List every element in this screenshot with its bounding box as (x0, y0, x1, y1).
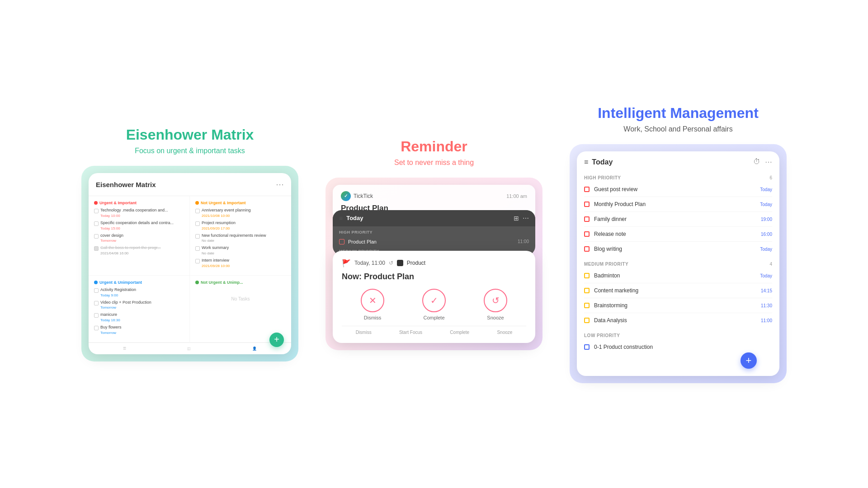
em-q3-dot (94, 281, 98, 284)
em-checkbox[interactable] (94, 326, 99, 330)
alarm-bottom-complete[interactable]: Complete (450, 330, 469, 335)
im-task-row: Content marketing 14:15 (577, 284, 779, 297)
im-header-icons: ⏱ ⋯ (753, 158, 772, 166)
em-empty-text: No Tasks (195, 287, 286, 310)
em-add-button[interactable]: + (269, 333, 284, 347)
em-task: Call the boss to report the progr... 202… (94, 245, 184, 255)
em-checkbox[interactable] (195, 246, 200, 251)
em-q1-label: Urgent & Important (94, 201, 184, 205)
em-checkbox[interactable] (195, 234, 200, 239)
im-timer-icon[interactable]: ⏱ (753, 158, 760, 166)
em-checkbox[interactable] (94, 313, 99, 318)
alarm-bottom-snooze[interactable]: Snooze (497, 330, 512, 335)
complete-label: Complete (423, 315, 444, 320)
em-task-time: Today 10:00 (100, 214, 168, 218)
em-checkbox[interactable] (94, 221, 99, 226)
alarm-list-name: Product (407, 260, 425, 266)
em-task-time: Tomorrow (100, 305, 151, 310)
alarm-meta: 🚩 Today, 11:00 ↺ Product (342, 259, 526, 267)
more-icon[interactable]: ⋯ (523, 215, 529, 222)
im-task-row: Blog writing Today (577, 243, 779, 255)
alarm-buttons: ✕ Dismiss ✓ Complete ↺ Snooze (342, 289, 526, 320)
em-task-time: Tomorrow (100, 331, 122, 335)
rp-task-checkbox[interactable] (339, 239, 344, 244)
eisenhower-phone-screen: Eisenhower Matrix ⋯ Urgent & Important (89, 173, 291, 354)
im-low-priority-header: LOW PRIORITY (577, 330, 779, 341)
em-task: Specific cooperation details and contra.… (94, 221, 184, 230)
em-task: manicure Today 16:30 (94, 312, 184, 322)
em-q4-label: Not Urgent & Unimp... (195, 280, 286, 285)
hamburger-icon[interactable]: ≡ (339, 215, 343, 222)
im-task-time: Today (760, 247, 772, 252)
im-task-name: Blog writing (594, 246, 755, 252)
im-header-left: ≡ Today (584, 158, 613, 166)
reminder-phone-bg: ✓ TickTick 11:00 am Product Plan ≡ Today (326, 178, 542, 350)
em-task-text: Specific cooperation details and contra.… (100, 221, 174, 226)
im-more-icon[interactable]: ⋯ (765, 158, 772, 166)
em-checkbox[interactable] (94, 288, 99, 293)
im-header: ≡ Today ⏱ ⋯ (577, 151, 779, 173)
main-container: Eisenhower Matrix Focus on urgent & impo… (0, 87, 868, 401)
alarm-bottom-dismiss[interactable]: Dismiss (356, 330, 372, 335)
im-priority-box-red (584, 202, 590, 207)
em-checkbox-checked[interactable] (94, 246, 99, 251)
im-priority-box-yellow (584, 303, 590, 308)
complete-circle: ✓ (422, 289, 446, 312)
alarm-popup: 🚩 Today, 11:00 ↺ Product Now: Product Pl… (333, 251, 535, 343)
em-quadrant-3: Urgent & Unimportant Activity Registrati… (89, 276, 190, 343)
em-tab[interactable]: 👤 (252, 347, 257, 351)
rp-header-left: ≡ Today (339, 215, 363, 222)
em-bottom-tabs: ☰ ◫ 👤 (89, 343, 291, 354)
em-task-text: Intern interview (202, 258, 230, 263)
im-task-name: Brainstorming (594, 302, 756, 309)
alarm-dismiss-button[interactable]: ✕ Dismiss (361, 289, 384, 320)
em-q2-dot (195, 201, 199, 205)
em-checkbox[interactable] (94, 209, 99, 213)
alarm-flag: 🚩 (342, 259, 351, 267)
alarm-snooze-button[interactable]: ↺ Snooze (484, 289, 507, 320)
im-priority-box-red (584, 246, 590, 252)
im-priority-box-yellow (584, 273, 590, 278)
im-task-time: Today (760, 202, 772, 207)
em-checkbox[interactable] (195, 221, 200, 226)
im-add-button[interactable]: + (741, 352, 757, 369)
im-task-name: Data Analysis (594, 317, 756, 324)
im-priority-box-yellow (584, 318, 590, 323)
em-task-time: Tomorrow (100, 239, 123, 243)
em-checkbox[interactable] (195, 209, 200, 213)
reminder-card: Reminder Set to never miss a thing ✓ Tic… (326, 138, 542, 350)
im-hamburger-icon[interactable]: ≡ (584, 158, 588, 166)
eisenhower-phone-bg: Eisenhower Matrix ⋯ Urgent & Important (81, 166, 298, 361)
em-task-text: Project resumption (202, 221, 236, 226)
intelligent-card: Intelligent Management Work, School and … (570, 105, 787, 383)
reminder-title: Reminder (401, 138, 467, 155)
im-task-row: Monthly Product Plan Today (577, 198, 779, 211)
em-task-text: New functional requirements review (202, 233, 266, 239)
intelligent-title: Intelligent Management (598, 105, 759, 122)
em-checkbox[interactable] (195, 259, 200, 263)
im-high-priority-count: 6 (769, 175, 772, 180)
em-tab[interactable]: ☰ (123, 347, 126, 351)
im-divider (584, 197, 772, 197)
em-task-text: manicure (100, 312, 120, 318)
im-divider (584, 226, 772, 227)
em-checkbox[interactable] (94, 301, 99, 305)
em-task-time: Today 15:00 (100, 226, 174, 230)
dismiss-label: Dismiss (364, 315, 382, 320)
alarm-refresh-icon: ↺ (389, 260, 393, 266)
layout-icon[interactable]: ⊞ (514, 215, 519, 222)
app-name: TickTick (354, 193, 373, 199)
im-task-name: Release note (594, 231, 756, 237)
alarm-bottom-focus[interactable]: Start Focus (399, 330, 422, 335)
reminder-phone-screen: ≡ Today ⊞ ⋯ HIGH PRIORITY Product Plan 1… (333, 210, 535, 255)
em-dots-icon[interactable]: ⋯ (276, 179, 284, 189)
im-task-time: 11:00 (761, 318, 772, 323)
em-tab[interactable]: ◫ (187, 347, 191, 351)
alarm-bottom-bar: Dismiss Start Focus Complete Snooze (342, 326, 526, 335)
im-task-row: Badminton Today (577, 269, 779, 282)
em-checkbox[interactable] (94, 234, 99, 239)
em-q1-dot (94, 201, 98, 205)
rp-task-row: Product Plan 11:00 (333, 236, 535, 247)
alarm-complete-button[interactable]: ✓ Complete (422, 289, 446, 320)
im-task-row: Family dinner 19:00 (577, 213, 779, 225)
